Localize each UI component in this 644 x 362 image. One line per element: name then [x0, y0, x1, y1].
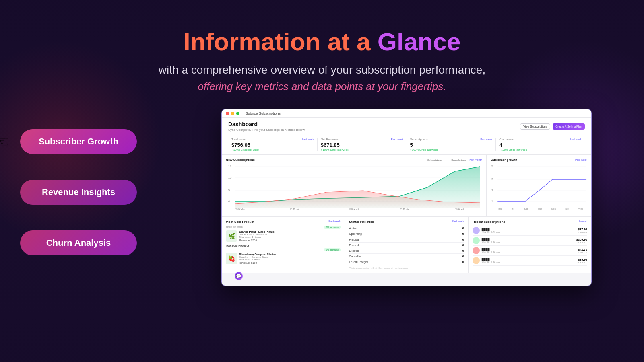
svg-text:2: 2 [491, 189, 493, 192]
legend-color-red [444, 160, 450, 160]
pill-revenue: Revenue Insights [20, 180, 137, 205]
legend-cancellations: Cancellations [444, 159, 466, 161]
legend-subscriptions: Subscriptions [421, 159, 442, 161]
product-info-1: Starter Plant - Basil Plants Starter Pla… [239, 230, 341, 242]
customer-chart-svg: 5 3 2 1 Thu Fri [491, 163, 587, 212]
top-product-meta: 0% increase [226, 248, 341, 251]
svg-text:5: 5 [491, 165, 493, 168]
metric-title: Customers [499, 138, 514, 141]
metric-period[interactable]: Past week [480, 138, 492, 141]
status-active: Active 8 [349, 226, 464, 231]
metric-period[interactable]: Past week [570, 138, 582, 141]
chart-title-2: Customer growth [491, 158, 517, 162]
product-revenue-2: Revenue: $168 [239, 261, 341, 264]
metric-value: 4 [499, 142, 582, 148]
main-headline: Information at a Glance [183, 28, 460, 56]
product-item-2: 🍓 Strawberry Oregano Starter Strawberry … [226, 253, 341, 264]
chart-header: New Subscriptions Subscriptions [226, 158, 482, 162]
status-period[interactable]: Past week [452, 220, 464, 224]
subscriber-growth-button[interactable]: Subscriber Growth [20, 129, 137, 154]
header-title-group: Dashboard Sync Complete. Find your Subsc… [228, 121, 305, 132]
top-product-title: Top Sold Product [226, 244, 341, 247]
svg-text:10: 10 [228, 176, 232, 179]
charts-row: New Subscriptions Subscriptions [222, 155, 591, 217]
pill-group: ☜ Subscriber Growth Revenue Insights Chu… [20, 117, 137, 255]
header-buttons: View Subscriptions Create A Selling Plan [520, 123, 585, 130]
metrics-row: Total sales Past week $756.05 ↑ 100% Sin… [222, 134, 591, 155]
product-info-2: Strawberry Oregano Starter Strawberry Or… [239, 253, 341, 264]
product-name-2: Strawberry Oregano Starter [239, 253, 341, 256]
svg-text:May 19: May 19 [349, 208, 359, 210]
metric-change: ↑ 100% Since last week [499, 148, 582, 151]
status-failed: Failed Charges 0 [349, 259, 464, 265]
status-upcoming: Upcoming 9 [349, 231, 464, 237]
metric-customers: Customers Past week 4 ↑ 100% Since last … [496, 138, 585, 151]
headline-purple: Glance [378, 28, 461, 56]
product-sales-2: Total sales: 4 items [239, 258, 341, 261]
recent-subs-title: Recent subscriptions [473, 220, 505, 224]
svg-text:Tue: Tue [565, 208, 569, 210]
status-paused: Paused 0 [349, 243, 464, 248]
sub-left-1: ████ May 20, 9:46 am [473, 227, 500, 234]
metric-net-revenue: Net Revenue Past week $671.85 ↑ 100% Sin… [318, 138, 407, 151]
products-header: Most Sold Product Past week [226, 220, 341, 224]
metric-value: 5 [410, 142, 493, 148]
pill-subscriber: ☜ Subscriber Growth [20, 129, 137, 154]
sub-avatar-4 [473, 257, 480, 264]
metric-change: ↑ 100% Since last week [321, 148, 403, 151]
recent-subs-header: Recent subscriptions See all [473, 220, 587, 224]
titlebar: Subrize Subscriptions [222, 109, 591, 118]
svg-text:3: 3 [491, 178, 493, 181]
chart-header-2: Customer growth Past week [491, 158, 587, 162]
metric-period[interactable]: Past week [302, 138, 314, 141]
svg-text:May 21: May 21 [235, 208, 245, 210]
products-period[interactable]: Past week [328, 220, 341, 224]
see-all-link[interactable]: See all [579, 220, 587, 224]
dashboard-container: Subrize Subscriptions Dashboard Sync Com… [221, 109, 592, 286]
sub-info-2: ████ May 20, 9:46 am [482, 238, 500, 243]
tagline: offering key metrics and data points at … [198, 80, 446, 93]
products-title: Most Sold Product [226, 220, 254, 224]
chat-float-button[interactable]: 💬 [235, 272, 243, 280]
products-meta: Since last week 0% increase [226, 226, 341, 229]
status-prepaid: Prepaid 0 [349, 237, 464, 243]
product-item-1: 🌿 Starter Plant - Basil Plants Starter P… [226, 230, 341, 242]
product-name-1: Starter Plant - Basil Plants [239, 230, 341, 233]
chart-title: New Subscriptions [226, 158, 255, 162]
revenue-insights-button[interactable]: Revenue Insights [20, 180, 137, 205]
svg-text:Sat: Sat [524, 208, 528, 210]
minimize-dot [231, 112, 234, 115]
app-name: Subrize Subscriptions [246, 111, 281, 115]
sub-item-2: ████ May 20, 9:46 am $359.90 1 MONTH [473, 236, 587, 246]
recent-subs-panel: Recent subscriptions See all ████ May 20… [469, 217, 591, 273]
sub-info-3: ████ May 20, 9:46 am [482, 248, 500, 253]
bottom-panels: Most Sold Product Past week Since last w… [222, 217, 591, 273]
maximize-dot [236, 112, 239, 115]
metric-change: ↑ 100% Since last week [231, 148, 314, 151]
create-selling-plan-button[interactable]: Create A Selling Plan [553, 123, 585, 130]
dashboard-subtitle: Sync Complete. Find your Subscription Me… [228, 128, 305, 132]
chart-period[interactable]: Past month [469, 158, 482, 161]
metric-title: Net Revenue [321, 138, 339, 141]
metric-period[interactable]: Past week [391, 138, 403, 141]
sub-right-4: $35.99 1 MONTH [576, 258, 587, 264]
sub-item-4: ████ May 20, 9:46 am $35.99 1 MONTH [473, 256, 587, 266]
view-subscriptions-button[interactable]: View Subscriptions [520, 123, 550, 130]
product-thumb-2: 🍓 [226, 253, 237, 264]
top-product-badge: 0% increase [324, 248, 341, 251]
subscriptions-chart-panel: New Subscriptions Subscriptions [222, 155, 487, 216]
chart-period-2[interactable]: Past week [575, 158, 587, 161]
sub-left-2: ████ May 20, 9:46 am [473, 237, 500, 244]
sidebar-pills: ☜ Subscriber Growth Revenue Insights Chu… [20, 117, 137, 255]
status-footnote: *Stats are generated daily at 12am in yo… [349, 267, 464, 269]
metric-change: ↑ 100% Since last week [410, 148, 493, 151]
hand-cursor-icon: ☜ [0, 133, 10, 150]
churn-analysis-button[interactable]: Churn Analysis [20, 230, 137, 255]
svg-text:May 29: May 29 [455, 208, 464, 210]
svg-text:Sun: Sun [538, 208, 542, 210]
svg-text:May 15: May 15 [290, 208, 299, 210]
chart-legend: Subscriptions Cancellations [421, 159, 466, 161]
products-badge: 0% increase [324, 226, 341, 229]
sub-item-3: ████ May 20, 9:46 am $42.75 1 WEEK [473, 246, 587, 256]
status-header: Status statistics Past week [349, 220, 464, 224]
